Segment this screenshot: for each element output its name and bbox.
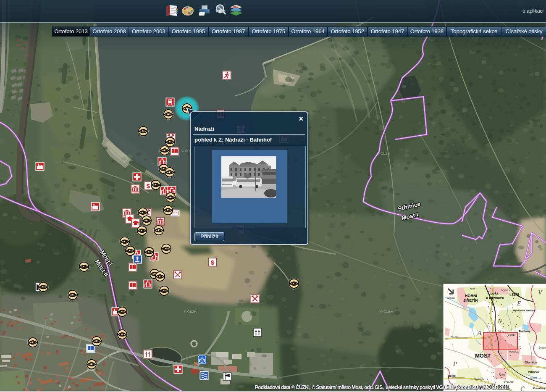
- svg-text:OBL JØT: OBL JØT: [450, 335, 459, 338]
- svg-text:VTELNO: VTELNO: [504, 381, 514, 383]
- svg-text:P: P: [453, 360, 457, 367]
- svg-text:Mariánské Radčice: Mariánské Radčice: [513, 309, 536, 312]
- svg-text:Církvice: Církvice: [447, 297, 455, 299]
- svg-text:JIŘETÍN: JIŘETÍN: [463, 298, 478, 303]
- svg-text:Sedlec: Sedlec: [530, 376, 537, 379]
- svg-text:A: A: [477, 329, 482, 336]
- svg-text:N: N: [497, 318, 502, 324]
- svg-text:HAM: HAM: [470, 287, 475, 290]
- svg-text:LOM: LOM: [509, 292, 519, 297]
- svg-text:Obrnice: Obrnice: [525, 360, 538, 364]
- svg-text:Korozluky: Korozluky: [533, 387, 546, 389]
- svg-text:u Litvinova: u Litvinova: [486, 296, 504, 300]
- svg-text:Braňany: Braňany: [519, 330, 530, 333]
- svg-text:© ČÚZK: © ČÚZK: [380, 310, 393, 313]
- svg-text:u MOST: u MOST: [508, 334, 516, 336]
- svg-text:pčice: pčice: [448, 374, 456, 378]
- svg-text:E: E: [517, 300, 521, 307]
- svg-text:© ČÚZK: © ČÚZK: [184, 310, 197, 313]
- svg-text:© ČÚZK: © ČÚZK: [377, 152, 390, 155]
- svg-text:MOST: MOST: [475, 353, 491, 359]
- svg-text:Louká: Louká: [488, 292, 499, 295]
- svg-text:DOLNÍ: DOLNÍ: [501, 289, 508, 292]
- svg-text:HORNÍ: HORNÍ: [465, 294, 477, 298]
- svg-text:RUDOLICE: RUDOLICE: [508, 350, 519, 353]
- svg-text:Želeni: Želeni: [539, 346, 546, 350]
- svg-text:Patokryje: Patokryje: [528, 371, 540, 373]
- svg-text:Černý: Černý: [499, 374, 505, 376]
- svg-text:Čepirohy: Čepirohy: [474, 378, 484, 380]
